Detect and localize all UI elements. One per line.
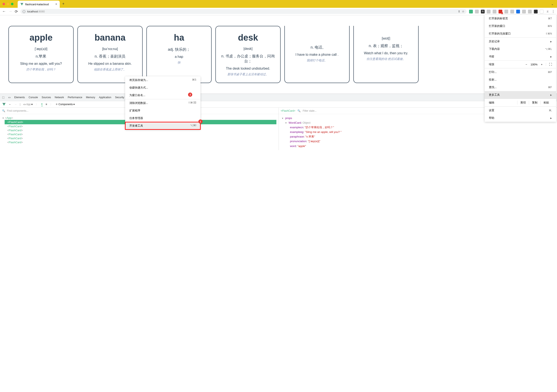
- flashcard[interactable]: banana [bəˈnɑːnə] n. 香蕉；喜剧演员 He slipped …: [77, 26, 143, 83]
- page-content: apple [ˈæp(ə)l] n.苹果 Sling me an apple, …: [0, 15, 557, 94]
- tree-item[interactable]: <FlashCard>: [7, 140, 276, 144]
- card-example-cn: 他踩在香蕉皮上滑倒了。: [82, 68, 138, 72]
- notion-ext-icon[interactable]: N: [481, 10, 485, 13]
- browser-toolbar: ← → ⟳ i localhost:8080 ⇧ ☆ N 1 ✦ 🐰 ⋮: [0, 8, 557, 15]
- nav-back-icon[interactable]: ←: [9, 103, 11, 106]
- tab-elements[interactable]: Elements: [14, 95, 25, 100]
- ext-icon[interactable]: [493, 10, 496, 13]
- submenu-task-manager[interactable]: 任务管理器: [125, 114, 200, 122]
- window-controls: [0, 1, 16, 7]
- fullscreen-icon[interactable]: ⛶: [546, 63, 552, 66]
- device-icon[interactable]: ▭: [8, 96, 10, 99]
- tab-performance[interactable]: Performance: [68, 95, 82, 100]
- close-window-button[interactable]: [2, 3, 5, 5]
- card-example: I have to make a phone call .: [289, 53, 345, 57]
- close-tab-icon[interactable]: ×: [55, 2, 57, 6]
- timeline-icon[interactable]: ≡: [46, 103, 47, 106]
- tree-item[interactable]: <FlashCard>: [7, 132, 276, 136]
- components-view[interactable]: ⚛ Components ▾: [56, 103, 75, 106]
- menu-new-tab[interactable]: 打开新的标签页⌘T: [485, 15, 556, 22]
- site-info-icon[interactable]: i: [23, 10, 25, 13]
- url-text: localhost:8080: [27, 10, 45, 13]
- app-selector[interactable]: ▭ App ▾: [23, 103, 33, 106]
- cut-button[interactable]: 剪切: [517, 101, 529, 105]
- tab-sources[interactable]: Sources: [42, 95, 51, 100]
- nav-forward-icon[interactable]: →: [14, 103, 17, 106]
- tab-security[interactable]: Security: [115, 95, 124, 100]
- more-icon[interactable]: ⋮: [551, 9, 555, 13]
- card-example: Watch what I do, then you try.: [358, 51, 414, 55]
- ext-icon[interactable]: [516, 10, 520, 13]
- tab-application[interactable]: Application: [99, 95, 111, 100]
- inspect-icon[interactable]: ⬚: [2, 96, 4, 99]
- menu-bookmarks[interactable]: 书签▶: [485, 53, 556, 60]
- tab-title: flashcard-kalacloud: [25, 3, 49, 6]
- extension-icons: N 1 ✦ 🐰 ⋮: [469, 9, 555, 13]
- flashcard[interactable]: n. 电话, I have to make a phone call . 我得打…: [284, 26, 350, 83]
- ext-icon[interactable]: [528, 10, 532, 13]
- card-example-cn: 你注意看我的动 然后试着做。: [358, 57, 414, 61]
- browser-tab[interactable]: flashcard-kalacloud ×: [18, 1, 60, 8]
- flashcard[interactable]: [wɒtʃ] n. 表；观察，监视； Watch what I do, then…: [353, 26, 418, 83]
- vue-ext-icon[interactable]: [469, 10, 473, 13]
- copy-button[interactable]: 复制: [529, 101, 541, 105]
- card-word: desk: [220, 33, 276, 43]
- search-icon[interactable]: 🔍: [297, 109, 301, 112]
- submenu-extensions[interactable]: 扩展程序: [125, 107, 200, 114]
- menu-help[interactable]: 帮助▶: [485, 114, 556, 122]
- tab-memory[interactable]: Memory: [86, 95, 95, 100]
- devtools-body: 🔍 Find components... ▼<App> <FlashCard> …: [0, 108, 557, 150]
- chevron-right-icon: ▶: [550, 117, 552, 119]
- gmail-ext-icon[interactable]: 1: [499, 10, 502, 13]
- star-icon[interactable]: ☆: [462, 10, 464, 13]
- ext-icon[interactable]: [522, 10, 526, 13]
- selected-component-name: <FlashCard>: [281, 109, 295, 112]
- maximize-window-button[interactable]: [11, 3, 13, 5]
- vue-icon: [20, 2, 24, 6]
- minimize-window-button[interactable]: [7, 3, 9, 5]
- menu-history[interactable]: 历史记录▶: [485, 38, 556, 45]
- flashcard[interactable]: ha adj. 快乐的； a hap 快: [146, 26, 212, 83]
- zoom-in-button[interactable]: +: [541, 63, 542, 66]
- ext-icon[interactable]: [487, 10, 491, 13]
- tab-network[interactable]: Network: [55, 95, 64, 100]
- flashcard[interactable]: desk [desk] n. 书桌，办公桌；服务台，问询台； The desk …: [215, 26, 281, 83]
- back-button[interactable]: ←: [2, 9, 6, 14]
- submenu-clear-data[interactable]: 清除浏览数据...⇧⌘⌫: [125, 99, 200, 107]
- menu-print[interactable]: 打印...⌘P: [485, 68, 556, 76]
- zoom-out-button[interactable]: −: [526, 63, 527, 66]
- card-example: Sling me an apple, will you?: [13, 62, 69, 65]
- forward-button[interactable]: →: [8, 9, 12, 14]
- chevron-down-icon[interactable]: ⌄: [551, 2, 554, 6]
- menu-edit: 编辑 剪切 复制 粘贴: [485, 99, 556, 106]
- menu-find[interactable]: 查找...⌘F: [485, 83, 556, 91]
- profile-icon[interactable]: 🐰: [546, 10, 549, 13]
- new-tab-button[interactable]: +: [60, 0, 67, 8]
- menu-settings[interactable]: 设置⌘,: [485, 107, 556, 114]
- ext-icon[interactable]: [504, 10, 508, 13]
- flashcard[interactable]: apple [ˈæp(ə)l] n.苹果 Sling me an apple, …: [8, 26, 74, 83]
- extensions-icon[interactable]: ✦: [534, 10, 538, 13]
- menu-new-incognito[interactable]: 打开新的无痕窗口⇧⌘N: [485, 30, 556, 37]
- tree-item[interactable]: <FlashCard>: [7, 136, 276, 140]
- menu-new-window[interactable]: 打开新的窗口⌘N: [485, 22, 556, 30]
- inspector-icon[interactable]: ●: [41, 102, 43, 106]
- ext-icon[interactable]: [475, 10, 479, 13]
- tab-console[interactable]: Console: [29, 95, 38, 100]
- menu-more-tools[interactable]: 更多工具▶: [485, 91, 556, 99]
- share-icon[interactable]: ⇧: [458, 10, 460, 13]
- filter-state-input[interactable]: Filter state...: [303, 109, 317, 112]
- paste-button[interactable]: 粘贴: [541, 101, 552, 105]
- menu-zoom: 缩放 − 100% + ⛶: [485, 61, 556, 68]
- ext-icon[interactable]: [510, 10, 514, 13]
- url-bar[interactable]: i localhost:8080 ⇧ ☆: [20, 9, 467, 14]
- reload-button[interactable]: ⟳: [15, 9, 18, 14]
- menu-cast[interactable]: 投射...: [485, 76, 556, 83]
- menu-downloads[interactable]: 下载内容⌥⌘L: [485, 45, 556, 53]
- card-example: a hap: [151, 55, 207, 59]
- submenu-save-as[interactable]: 将页面存储为...⌘S: [125, 76, 200, 84]
- annotation-badge-1: 1: [198, 119, 203, 124]
- ext-icon[interactable]: [540, 10, 544, 13]
- submenu-create-shortcut[interactable]: 创建快捷方式...: [125, 84, 200, 91]
- submenu-dev-tools[interactable]: 开发者工具⌥⌘I 1: [125, 122, 200, 130]
